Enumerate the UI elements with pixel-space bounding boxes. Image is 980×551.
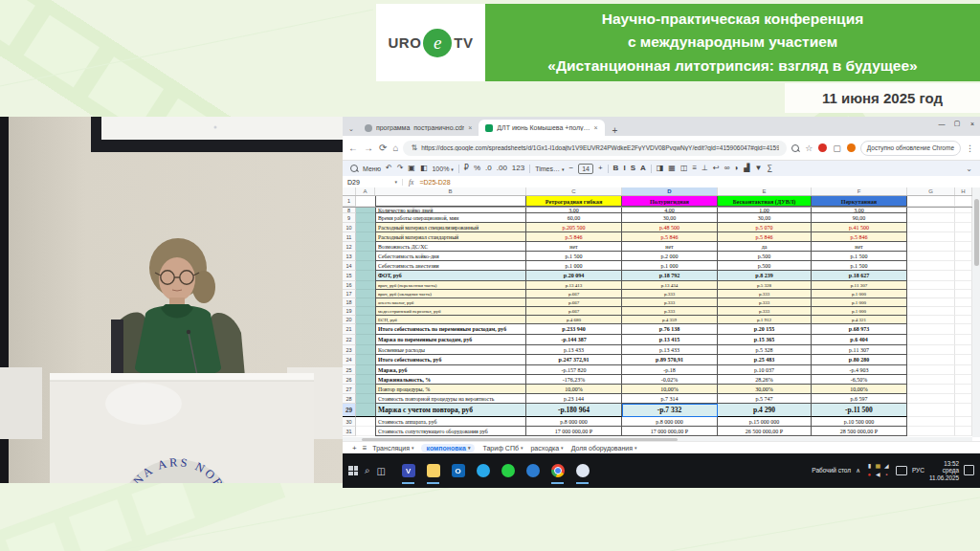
cell[interactable]: 90,00	[812, 213, 907, 223]
add-sheet-button[interactable]: +	[352, 444, 357, 452]
cell[interactable]: врач, руб (окладная часть)	[375, 290, 526, 298]
row-number[interactable]: 1	[343, 196, 356, 207]
menus-search-icon[interactable]	[350, 165, 358, 172]
cell[interactable]	[907, 290, 955, 298]
cell[interactable]: р.5 846	[718, 232, 812, 242]
cell[interactable]: р.13 433	[526, 345, 622, 355]
cell[interactable]: р.11 307	[812, 345, 907, 355]
cell[interactable]: Расходный материал специализированный	[375, 223, 526, 232]
chart-icon[interactable]: ▟	[744, 165, 749, 172]
text-color-icon[interactable]: A	[640, 165, 646, 172]
cell[interactable]	[375, 196, 526, 207]
cell[interactable]: р.13 413	[526, 281, 622, 290]
row-number[interactable]: 19	[343, 307, 356, 316]
bookmark-star-icon[interactable]: ☆	[805, 143, 813, 153]
language-indicator[interactable]: РУС	[912, 467, 924, 474]
cell[interactable]: -р.180 964	[526, 404, 622, 417]
increase-font-size-button[interactable]: +	[598, 165, 603, 172]
action-center-icon[interactable]	[964, 465, 974, 475]
cell[interactable]: р.500	[718, 261, 812, 271]
cell[interactable]: р.333	[718, 290, 812, 298]
redo-icon[interactable]: ↷	[397, 165, 404, 172]
cell[interactable]	[356, 242, 375, 252]
cell[interactable]: 10,00%	[812, 385, 907, 394]
zoom-select[interactable]: 100% ▾	[432, 165, 453, 172]
cell[interactable]: р.1 500	[812, 252, 907, 261]
cell[interactable]: р.4 359	[622, 316, 718, 324]
cell[interactable]	[907, 252, 955, 261]
cell[interactable]	[955, 281, 972, 290]
cell[interactable]	[356, 335, 375, 345]
row-number[interactable]: 21	[343, 324, 356, 335]
bold-icon[interactable]: B	[613, 165, 619, 172]
cell[interactable]: 30,00	[718, 213, 812, 223]
browser-tab-2-active[interactable]: ДЛТ июнь Комышева +полу… ×	[479, 120, 604, 136]
cell[interactable]: Перкутанная	[812, 196, 907, 207]
cell[interactable]: р.5 846	[526, 232, 622, 242]
borders-icon[interactable]: ▦	[668, 165, 676, 172]
cell[interactable]: р.5 070	[718, 223, 812, 232]
cell[interactable]	[356, 196, 375, 207]
taskbar-clock[interactable]: 13:52 среда 11.06.2025	[929, 460, 959, 481]
cell[interactable]: -р.144 387	[526, 335, 622, 345]
touch-keyboard-icon[interactable]	[896, 466, 907, 475]
cell[interactable]: 60,00	[526, 213, 622, 223]
cell[interactable]	[356, 394, 375, 404]
cell[interactable]	[356, 345, 375, 355]
sheet-tab-Тариф СПб[interactable]: Тариф СПб▾	[482, 445, 523, 452]
cell[interactable]: р.25 483	[718, 355, 812, 365]
row-number[interactable]: 31	[343, 427, 356, 436]
browser-menu-icon[interactable]: ⋮	[966, 143, 974, 153]
cell[interactable]: р.8 000 000	[526, 417, 622, 427]
sheet-tab-Доля оборудования[interactable]: Доля оборудования▾	[571, 445, 637, 452]
cell[interactable]	[955, 271, 972, 281]
cell[interactable]: р.18 792	[622, 271, 718, 281]
cell[interactable]: р.333	[718, 307, 812, 316]
cell[interactable]: -6,50%	[812, 375, 907, 385]
cell[interactable]: 10,00%	[622, 385, 718, 394]
cell[interactable]: р.2 000	[622, 252, 718, 261]
cell[interactable]	[356, 261, 375, 271]
cell[interactable]	[955, 232, 972, 242]
cell[interactable]: Повтор процедуры, %	[375, 385, 526, 394]
chrome-icon[interactable]	[549, 460, 566, 481]
cell[interactable]	[955, 223, 972, 232]
row-number[interactable]: 16	[343, 281, 356, 290]
cell[interactable]	[356, 271, 375, 281]
cell[interactable]	[356, 316, 375, 324]
cell[interactable]: р.80 280	[812, 355, 907, 365]
cell[interactable]	[907, 345, 955, 355]
cell[interactable]: р.6 597	[812, 394, 907, 404]
cell[interactable]: р.1 000	[526, 261, 622, 271]
cell[interactable]: р.76 138	[622, 324, 718, 335]
cell[interactable]: -р.4 903	[812, 365, 907, 375]
column-header-F[interactable]: F	[812, 187, 907, 195]
vertical-align-icon[interactable]: ⊥	[702, 165, 708, 172]
cell[interactable]	[356, 232, 375, 242]
currency-format-icon[interactable]: ₽	[464, 165, 469, 172]
cell[interactable]: Себестоимость койко-дня	[375, 252, 526, 261]
cell[interactable]: -р.157 820	[526, 365, 622, 375]
cell[interactable]: Бесконтактная (ДУВЛ)	[718, 196, 812, 207]
cell[interactable]	[955, 345, 972, 355]
cell[interactable]	[955, 261, 972, 271]
cell[interactable]: да	[718, 242, 812, 252]
cell[interactable]	[955, 316, 972, 324]
cell[interactable]: р.23 144	[526, 394, 622, 404]
cell[interactable]: Возможность ДС/ХС	[375, 242, 526, 252]
start-button[interactable]	[348, 466, 358, 475]
cell[interactable]: р.6 404	[812, 335, 907, 345]
cell[interactable]	[907, 281, 955, 290]
cell[interactable]	[356, 375, 375, 385]
cell[interactable]	[356, 404, 375, 417]
cell[interactable]	[907, 261, 955, 271]
cell[interactable]: р.500	[718, 252, 812, 261]
cell[interactable]	[907, 298, 955, 307]
vertical-scrollbar[interactable]	[972, 187, 980, 437]
cell[interactable]: Итого себестоимость, руб	[375, 355, 526, 365]
row-number[interactable]: 14	[343, 261, 356, 271]
new-tab-button[interactable]: +	[605, 125, 626, 136]
cell[interactable]	[955, 394, 972, 404]
row-number[interactable]: 12	[343, 242, 356, 252]
cloud-app-icon[interactable]	[574, 460, 590, 481]
